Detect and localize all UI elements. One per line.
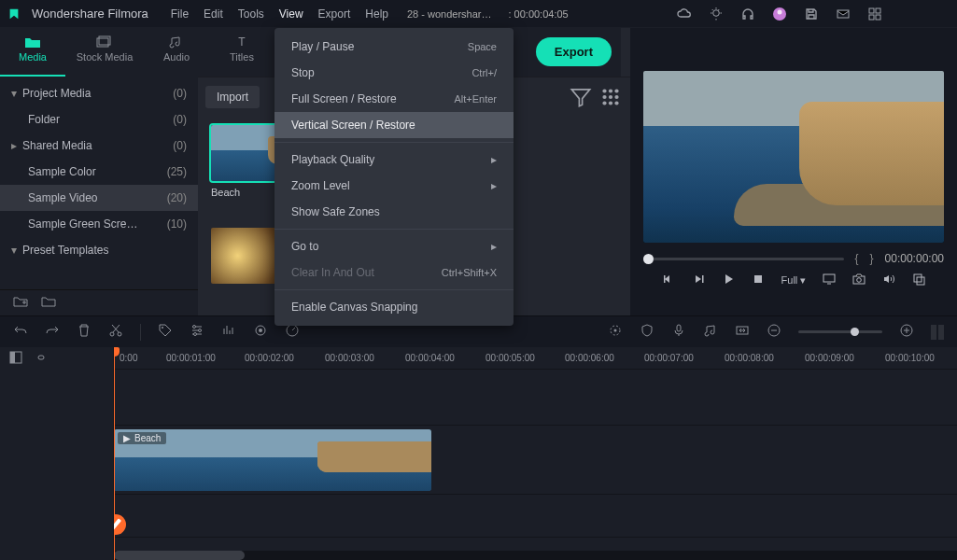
menu-export[interactable]: Export	[318, 7, 351, 21]
project-name[interactable]: 28 - wondershar…	[407, 8, 492, 20]
new-folder-icon[interactable]	[13, 295, 28, 311]
timeline-ruler[interactable]: 0:00 00:00:01:00 00:00:02:00 00:00:03:00…	[114, 347, 957, 370]
menu-canvas-snapping[interactable]: Enable Canvas Snapping	[274, 294, 514, 320]
step-back-icon[interactable]	[662, 273, 675, 288]
music-icon[interactable]	[703, 323, 718, 341]
tab-titles[interactable]: T Titles	[209, 28, 274, 77]
mic-icon[interactable]	[671, 323, 686, 341]
svg-rect-22	[823, 274, 835, 282]
tree-sample-green[interactable]: Sample Green Scre… (10)	[0, 211, 198, 237]
svg-point-16	[609, 94, 612, 98]
fit-dropdown[interactable]: Full ▾	[781, 274, 807, 287]
preview-panel: { } 00:00:00:00 Full ▾	[630, 28, 957, 315]
svg-rect-7	[876, 15, 880, 20]
preview-scrubber[interactable]	[643, 258, 844, 260]
menu-edit[interactable]: Edit	[204, 7, 223, 21]
tab-audio[interactable]: Audio	[144, 28, 209, 77]
audio-track-1[interactable]: 1	[114, 495, 957, 538]
svg-point-2	[778, 9, 782, 14]
preview-viewport[interactable]	[643, 71, 944, 243]
timeline-tracks[interactable]: 0:00 00:00:01:00 00:00:02:00 00:00:03:00…	[114, 347, 957, 560]
play-icon[interactable]	[722, 273, 735, 288]
svg-point-32	[194, 333, 197, 336]
toggle-track-icon[interactable]	[9, 351, 22, 367]
menu-view[interactable]: View	[279, 7, 303, 21]
cut-icon[interactable]	[108, 323, 123, 341]
shield-icon[interactable]	[640, 323, 654, 341]
video-track-1[interactable]: 1 ▶Beach	[114, 426, 957, 495]
record-icon[interactable]	[253, 323, 268, 341]
mark-out-icon[interactable]: }	[870, 252, 874, 265]
lightbulb-icon[interactable]	[709, 7, 724, 21]
volume-icon[interactable]	[882, 273, 895, 288]
menu-help[interactable]: Help	[365, 7, 388, 21]
svg-point-18	[602, 101, 606, 105]
adjust-icon[interactable]	[190, 323, 204, 341]
tree-sample-video[interactable]: Sample Video (20)	[0, 185, 198, 211]
filter-icon[interactable]	[569, 85, 593, 109]
zoom-in-icon[interactable]	[899, 323, 914, 341]
zoom-out-icon[interactable]	[767, 323, 781, 341]
menu-play-pause[interactable]: Play / PauseSpace	[274, 34, 514, 60]
tag-icon[interactable]	[158, 323, 173, 341]
menubar: File Edit Tools View Export Help	[171, 7, 388, 21]
timeline-hscroll[interactable]	[114, 551, 957, 560]
menu-tools[interactable]: Tools	[238, 7, 264, 21]
headphones-icon[interactable]	[740, 7, 755, 21]
import-button[interactable]: Import	[205, 86, 260, 108]
tree-sample-color[interactable]: Sample Color (25)	[0, 159, 198, 185]
menu-playback-quality[interactable]: Playback Quality▸	[274, 147, 514, 173]
tab-media[interactable]: Media	[0, 28, 65, 77]
next-frame-icon[interactable]	[692, 273, 705, 288]
avatar-icon[interactable]	[772, 7, 787, 21]
grid-icon[interactable]	[867, 7, 882, 21]
tree-preset-templates[interactable]: ▾ Preset Templates	[0, 237, 198, 263]
snapshot-icon[interactable]	[852, 273, 866, 288]
menu-stop[interactable]: StopCtrl+/	[274, 60, 514, 86]
menu-zoom-level[interactable]: Zoom Level▸	[274, 173, 514, 199]
svg-rect-21	[754, 275, 762, 283]
menu-go-to[interactable]: Go to▸	[274, 233, 514, 259]
equalizer-icon[interactable]	[221, 323, 236, 341]
handles-icon[interactable]	[931, 325, 944, 340]
fit-timeline-icon[interactable]	[735, 323, 750, 341]
mail-icon[interactable]	[836, 7, 851, 21]
svg-point-14	[614, 89, 618, 92]
zoom-slider[interactable]	[798, 330, 882, 333]
clip-beach[interactable]: ▶Beach	[114, 429, 431, 491]
stop-icon[interactable]	[752, 273, 765, 288]
undo-icon[interactable]	[13, 323, 28, 341]
cloud-icon[interactable]	[677, 7, 692, 21]
target-icon[interactable]	[608, 323, 623, 341]
tree-shared-media[interactable]: ▸ Shared Media (0)	[0, 133, 198, 159]
menu-safe-zones[interactable]: Show Safe Zones	[274, 199, 514, 225]
menu-file[interactable]: File	[171, 7, 189, 21]
pop-out-icon[interactable]	[912, 273, 925, 288]
svg-point-24	[857, 278, 862, 283]
tree-project-media[interactable]: ▾ Project Media (0)	[0, 80, 198, 106]
svg-point-27	[110, 332, 114, 336]
svg-point-37	[614, 329, 617, 332]
titlebar: Wondershare Filmora File Edit Tools View…	[0, 0, 957, 28]
play-icon: ▶	[123, 433, 131, 443]
display-icon[interactable]	[823, 273, 836, 288]
menu-vertical-screen[interactable]: Vertical Screen / Restore	[274, 112, 514, 138]
mark-in-icon[interactable]: {	[855, 252, 859, 265]
tab-stock-media[interactable]: Stock Media	[65, 28, 144, 77]
razor-marker-icon[interactable]	[114, 514, 126, 535]
delete-icon[interactable]	[77, 323, 91, 341]
svg-point-13	[609, 89, 612, 92]
save-icon[interactable]	[804, 7, 819, 21]
open-folder-icon[interactable]	[41, 295, 56, 311]
redo-icon[interactable]	[45, 323, 60, 341]
menu-fullscreen[interactable]: Full Screen / RestoreAlt+Enter	[274, 86, 514, 112]
timeline-gutter	[0, 347, 114, 560]
music-note-icon	[168, 35, 185, 49]
tree-folder[interactable]: Folder (0)	[0, 106, 198, 133]
grid-view-icon[interactable]	[598, 85, 623, 109]
tab-titles-label: Titles	[230, 51, 254, 63]
svg-text:T: T	[238, 35, 246, 49]
svg-rect-26	[917, 277, 924, 285]
export-button[interactable]: Export	[536, 37, 612, 66]
link-icon[interactable]	[34, 351, 47, 367]
